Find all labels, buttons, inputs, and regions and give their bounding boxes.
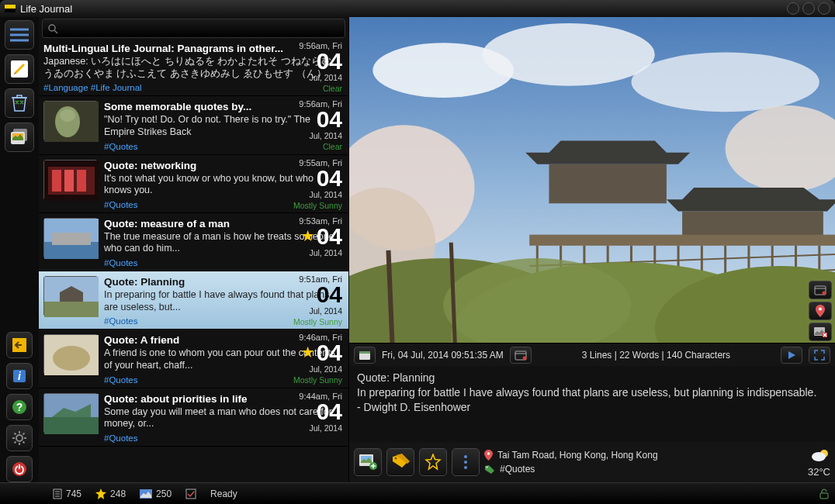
entry-item[interactable]: Multi-Lingual Life Journal: Panagrams in… — [39, 38, 348, 96]
star-icon — [95, 488, 106, 499]
entry-body: In preparing for battle I have always fo… — [357, 385, 827, 400]
pin-icon — [484, 450, 493, 461]
entry-month: Jul, 2014 — [309, 306, 342, 316]
svg-point-46 — [823, 292, 826, 295]
entry-list-panel: Multi-Lingual Life Journal: Panagrams in… — [39, 17, 349, 482]
svg-rect-51 — [359, 351, 370, 354]
svg-point-58 — [464, 455, 467, 458]
svg-rect-20 — [64, 170, 74, 192]
entry-date: Fri, 04 Jul, 2014 09:51:35 AM — [382, 350, 504, 361]
starred-count: 248 — [95, 488, 126, 499]
fullscreen-button[interactable] — [809, 347, 830, 364]
status-bar: 745 248 250 Ready — [0, 482, 835, 504]
entry-item[interactable]: Quote: about priorities in lifeSome day … — [39, 388, 348, 447]
svg-point-62 — [487, 467, 488, 468]
entry-list: Multi-Lingual Life Journal: Panagrams in… — [39, 38, 348, 482]
info-button[interactable]: i — [6, 363, 33, 389]
tags-button[interactable] — [386, 448, 414, 476]
location-text: Tai Tam Road, Hong Kong, Hong Kong — [497, 450, 658, 461]
maximize-button[interactable] — [802, 2, 815, 15]
photo-count: 250 — [140, 488, 172, 499]
entry-attribution: - Dwight D. Eisenhower — [357, 400, 827, 415]
location-line: Tai Tam Road, Hong Kong, Hong Kong — [484, 450, 803, 461]
close-button[interactable] — [818, 2, 830, 15]
entry-month: Jul, 2014 — [309, 131, 342, 140]
new-entry-button[interactable] — [5, 54, 34, 84]
menu-button[interactable] — [5, 20, 34, 50]
lock-icon[interactable] — [819, 488, 829, 499]
svg-point-34 — [631, 52, 819, 112]
entry-item[interactable]: Quote: measure of a manThe true measure … — [39, 213, 348, 271]
date-picker-button[interactable] — [510, 347, 532, 364]
remove-photo-button[interactable] — [809, 323, 832, 341]
svg-rect-67 — [186, 489, 196, 499]
weather-icon — [810, 447, 830, 463]
entry-item[interactable]: Quote: PlanningIn preparing for battle I… — [39, 271, 348, 330]
svg-point-47 — [819, 308, 822, 311]
entry-item[interactable]: Quote: A friendA friend is one to whom y… — [39, 330, 348, 388]
entries-icon — [53, 488, 62, 499]
entry-day: 04 — [317, 284, 342, 305]
import-button[interactable] — [6, 332, 33, 358]
entry-stats: 3 Lines | 22 Words | 140 Characters — [582, 350, 730, 361]
svg-text:?: ? — [16, 401, 23, 413]
entry-thumb — [43, 160, 98, 200]
photo-toolbar — [809, 281, 832, 341]
calendar-icon[interactable] — [354, 347, 376, 364]
svg-rect-19 — [52, 170, 61, 192]
photos-button[interactable] — [5, 123, 34, 152]
svg-rect-68 — [820, 493, 828, 499]
help-button[interactable]: ? — [6, 394, 33, 420]
entry-thumb — [43, 101, 98, 141]
entry-day: 04 — [317, 167, 342, 188]
svg-point-28 — [53, 346, 90, 371]
svg-point-33 — [483, 23, 655, 86]
settings-button[interactable] — [6, 425, 33, 451]
more-button[interactable] — [452, 448, 480, 476]
entry-content[interactable]: Quote: Planning In preparing for battle … — [349, 366, 835, 442]
svg-point-57 — [395, 457, 397, 460]
power-button[interactable] — [6, 456, 33, 482]
svg-point-60 — [464, 466, 467, 469]
app-icon — [5, 5, 16, 12]
star-icon: ★ — [302, 230, 314, 242]
svg-rect-38 — [549, 164, 666, 203]
entry-thumb — [43, 334, 98, 375]
add-photo-button[interactable] — [354, 448, 382, 476]
svg-point-59 — [464, 461, 467, 464]
window-title: Life Journal — [20, 3, 784, 15]
entry-thumb — [43, 393, 98, 433]
minimize-button[interactable] — [787, 2, 799, 15]
entry-item[interactable]: Quote: networkingIt's not what you know … — [39, 155, 348, 213]
svg-point-61 — [487, 452, 490, 455]
entry-day: 04 — [317, 401, 342, 422]
location-tool-button[interactable] — [809, 302, 832, 320]
entry-title: Quote: Planning — [357, 371, 827, 385]
svg-rect-40 — [529, 235, 835, 246]
date-tool-button[interactable] — [809, 281, 832, 299]
svg-point-9 — [16, 435, 23, 441]
entry-tags: #Quotes — [104, 258, 342, 268]
entry-month: Jul, 2014 — [309, 248, 342, 257]
svg-point-53 — [522, 356, 526, 360]
entry-month: Jul, 2014 — [309, 190, 342, 199]
left-toolbar: i ? — [0, 17, 39, 482]
trash-button[interactable] — [5, 88, 34, 118]
svg-rect-26 — [44, 302, 99, 317]
entry-item[interactable]: Some memorable quotes by..."No! Try not!… — [39, 96, 348, 154]
tags-line: #Quotes — [484, 464, 803, 475]
svg-point-64 — [812, 452, 826, 461]
entry-count: 745 — [53, 488, 81, 499]
entry-day: 04 — [317, 109, 342, 129]
search-input[interactable] — [42, 19, 345, 38]
status-text: Ready — [210, 488, 237, 499]
entry-month: Jul, 2014 — [309, 364, 342, 374]
entry-photo — [349, 17, 835, 343]
entry-weather: Clear — [323, 84, 342, 93]
sync-status — [185, 488, 196, 499]
svg-rect-30 — [44, 417, 99, 434]
svg-rect-21 — [77, 170, 86, 192]
play-button[interactable] — [781, 347, 802, 364]
star-button[interactable] — [419, 448, 447, 476]
titlebar: Life Journal — [0, 0, 835, 17]
